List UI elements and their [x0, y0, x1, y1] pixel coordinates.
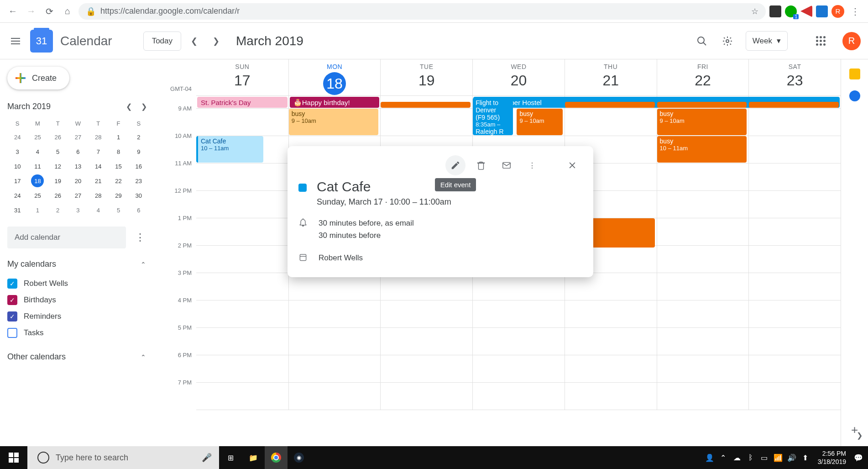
- mini-next-button[interactable]: ❯: [139, 100, 149, 113]
- mini-day-cell[interactable]: 2: [132, 131, 145, 143]
- mini-day-cell[interactable]: 4: [92, 204, 105, 216]
- mini-day-cell[interactable]: 23: [132, 174, 145, 187]
- calendar-event[interactable]: busy9 – 10am: [657, 109, 747, 135]
- mini-prev-button[interactable]: ❮: [124, 100, 134, 113]
- mini-day-cell[interactable]: 25: [31, 189, 44, 202]
- notifications-icon[interactable]: 💬: [852, 452, 864, 464]
- mini-day-cell[interactable]: 9: [132, 145, 145, 158]
- my-calendars-toggle[interactable]: My calendars ⌃: [7, 259, 164, 269]
- calendar-event[interactable]: busy9 – 10am: [289, 109, 379, 135]
- mini-day-cell[interactable]: 30: [132, 189, 145, 202]
- calendar-event[interactable]: Flight to Denver(F9 565)8:35am –Raleigh …: [473, 98, 513, 135]
- allday-event[interactable]: 🎂 Happy birthday!: [290, 97, 380, 108]
- taskbar-search[interactable]: Type here to search 🎤: [27, 446, 219, 469]
- tasks-icon[interactable]: [849, 90, 860, 101]
- extension-icon-4[interactable]: [816, 5, 828, 17]
- browser-menu-icon[interactable]: ⋮: [848, 4, 863, 19]
- calendar-event[interactable]: Cat Cafe10 – 11am: [196, 136, 263, 163]
- calendar-list-item[interactable]: Tasks: [7, 325, 164, 341]
- main-menu-button[interactable]: [5, 30, 26, 52]
- prev-period-button[interactable]: ❮: [185, 32, 203, 50]
- system-clock[interactable]: 2:56 PM 3/18/2019: [813, 449, 851, 466]
- mini-day-cell[interactable]: 26: [52, 189, 64, 202]
- calendar-list-item[interactable]: ✓Reminders: [7, 308, 164, 325]
- edit-event-button[interactable]: Edit event: [445, 155, 465, 175]
- calendar-event[interactable]: [565, 102, 655, 108]
- day-column[interactable]: busy9 – 10ambusy10 – 11am: [657, 109, 749, 410]
- delete-event-button[interactable]: [471, 155, 491, 175]
- extension-icon-1[interactable]: [769, 5, 781, 17]
- file-explorer-button[interactable]: 📁: [242, 446, 265, 469]
- calendar-checkbox[interactable]: ✓: [7, 311, 17, 321]
- email-guests-button[interactable]: [497, 155, 517, 175]
- mini-day-cell[interactable]: 13: [72, 160, 84, 173]
- allday-event[interactable]: St. Patrick's Day: [197, 97, 288, 108]
- mini-day-cell[interactable]: 18: [31, 174, 44, 187]
- mini-day-cell[interactable]: 5: [52, 145, 64, 158]
- calendar-event[interactable]: [657, 102, 747, 108]
- mini-day-cell[interactable]: 25: [31, 131, 44, 143]
- calendar-checkbox[interactable]: [7, 328, 17, 338]
- mini-day-cell[interactable]: 1: [112, 131, 125, 143]
- mini-day-cell[interactable]: 26: [52, 131, 64, 143]
- day-header[interactable]: THU21: [565, 59, 657, 95]
- task-view-button[interactable]: ⊞: [219, 446, 242, 469]
- mini-day-cell[interactable]: 24: [11, 131, 24, 143]
- mini-day-cell[interactable]: 27: [72, 131, 84, 143]
- account-avatar[interactable]: R: [842, 32, 861, 50]
- mini-day-cell[interactable]: 17: [11, 174, 24, 187]
- calendar-checkbox[interactable]: ✓: [7, 295, 17, 305]
- create-button[interactable]: Create: [7, 67, 69, 90]
- calendar-event[interactable]: busy10 – 11am: [657, 136, 747, 163]
- mini-day-cell[interactable]: 4: [31, 145, 44, 158]
- volume-icon[interactable]: 🔊: [786, 452, 798, 464]
- mini-day-cell[interactable]: 16: [132, 160, 145, 173]
- day-header[interactable]: WED20: [472, 59, 565, 95]
- day-header[interactable]: SAT23: [748, 59, 841, 95]
- add-calendar-input[interactable]: Add calendar: [7, 227, 126, 248]
- mini-day-cell[interactable]: 3: [11, 145, 24, 158]
- day-header[interactable]: TUE19: [380, 59, 472, 95]
- day-header[interactable]: SUN17: [196, 59, 288, 95]
- day-header[interactable]: MON18: [288, 59, 381, 95]
- back-button[interactable]: ←: [5, 4, 20, 19]
- forward-button[interactable]: →: [24, 4, 38, 19]
- address-bar[interactable]: 🔒 https://calendar.google.com/calendar/r…: [78, 3, 766, 20]
- mini-day-cell[interactable]: 2: [52, 204, 64, 216]
- mini-day-cell[interactable]: 24: [11, 189, 24, 202]
- onedrive-icon[interactable]: ☁: [731, 452, 743, 464]
- sync-icon[interactable]: ⬆: [800, 452, 811, 464]
- day-column[interactable]: [748, 109, 841, 410]
- mini-day-cell[interactable]: 14: [92, 160, 105, 173]
- calendar-list-item[interactable]: ✓Robert Wells: [7, 275, 164, 292]
- reload-button[interactable]: ⟳: [42, 4, 57, 19]
- mini-day-cell[interactable]: 6: [72, 145, 84, 158]
- mini-day-cell[interactable]: 5: [112, 204, 125, 216]
- mini-day-cell[interactable]: 27: [72, 189, 84, 202]
- event-options-button[interactable]: ⋮: [522, 155, 542, 175]
- keep-icon[interactable]: [849, 69, 860, 79]
- search-button[interactable]: [691, 30, 713, 52]
- mini-day-cell[interactable]: 3: [72, 204, 84, 216]
- mini-day-cell[interactable]: 15: [112, 160, 125, 173]
- today-button[interactable]: Today: [143, 32, 181, 51]
- calendar-event[interactable]: busy9 – 10am: [517, 109, 562, 135]
- tray-expand-icon[interactable]: ⌃: [717, 452, 729, 464]
- next-period-button[interactable]: ❯: [207, 32, 225, 50]
- calendar-list-item[interactable]: ✓Birthdays: [7, 292, 164, 308]
- settings-button[interactable]: [716, 30, 738, 52]
- start-button[interactable]: [0, 446, 27, 469]
- mini-day-cell[interactable]: 22: [112, 174, 125, 187]
- calendar-event[interactable]: [749, 102, 839, 108]
- mini-day-cell[interactable]: 28: [92, 131, 105, 143]
- star-icon[interactable]: ☆: [751, 6, 758, 16]
- mini-day-cell[interactable]: 29: [112, 189, 125, 202]
- mini-day-cell[interactable]: 7: [92, 145, 105, 158]
- battery-icon[interactable]: ▭: [758, 452, 770, 464]
- profile-avatar[interactable]: R: [831, 5, 844, 18]
- day-column[interactable]: Cat Cafe10 – 11am: [196, 109, 288, 410]
- mini-day-cell[interactable]: 31: [11, 204, 24, 216]
- calendar-event[interactable]: [381, 102, 471, 108]
- mini-day-cell[interactable]: 1: [31, 204, 44, 216]
- mini-day-cell[interactable]: 11: [31, 160, 44, 173]
